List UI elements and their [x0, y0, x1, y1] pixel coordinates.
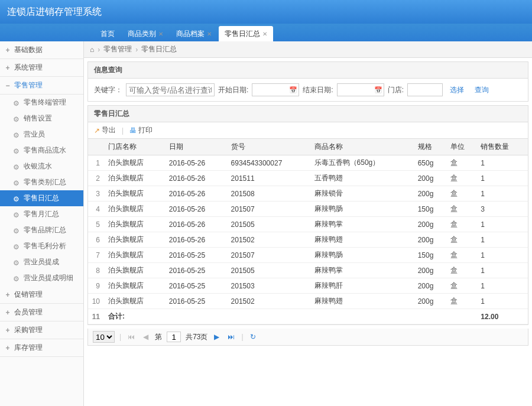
- grid-toolbar: ↗ 导出 | 🖶 打印: [87, 122, 528, 138]
- breadcrumb: ⌂ › 零售管理 › 零售日汇总: [84, 41, 532, 58]
- sidebar-group[interactable]: +会员管理: [0, 304, 83, 321]
- prev-page-button[interactable]: ◀: [141, 333, 150, 341]
- sidebar-group[interactable]: +采购管理: [0, 321, 83, 339]
- cell-sku: 201505: [228, 217, 311, 232]
- table-row[interactable]: 3泊头旗舰店2016-05-26201508麻辣锁骨200g盒1: [88, 186, 528, 202]
- cell-spec: 200g: [414, 294, 447, 309]
- cell-spec: 200g: [414, 278, 447, 294]
- home-icon[interactable]: ⌂: [90, 46, 94, 54]
- cell-unit: 盒: [447, 186, 477, 202]
- cell-spec: 200g: [414, 232, 447, 248]
- column-header[interactable]: 门店名称: [105, 139, 166, 155]
- table-row[interactable]: 7泊头旗舰店2016-05-25201507麻辣鸭肠150g盒1: [88, 248, 528, 263]
- end-date-input[interactable]: [337, 83, 384, 96]
- close-icon[interactable]: ✕: [262, 31, 267, 37]
- sidebar-item[interactable]: ⚙零售品牌汇总: [0, 222, 83, 238]
- refresh-button[interactable]: ↻: [248, 333, 258, 341]
- query-button[interactable]: 查询: [471, 84, 492, 96]
- table-row[interactable]: 5泊头旗舰店2016-05-26201505麻辣鸭掌200g盒1: [88, 217, 528, 232]
- cell-sku: 201502: [228, 232, 311, 248]
- table-row[interactable]: 2泊头旗舰店2016-05-26201511五香鸭翅200g盒1: [88, 171, 528, 186]
- close-icon[interactable]: ✕: [158, 31, 163, 37]
- sidebar-group[interactable]: +系统管理: [0, 59, 83, 77]
- cell-store: 泊头旗舰店: [105, 186, 166, 202]
- table-row[interactable]: 6泊头旗舰店2016-05-26201502麻辣鸭翅200g盒1: [88, 232, 528, 248]
- sidebar-item[interactable]: ⚙营业员提成明细: [0, 270, 83, 286]
- sidebar-group[interactable]: −零售管理: [0, 77, 83, 95]
- sidebar-item[interactable]: ⚙收银流水: [0, 158, 83, 174]
- page-size-select[interactable]: 10: [93, 331, 115, 343]
- cell-store: 泊头旗舰店: [105, 294, 166, 309]
- table-row[interactable]: 8泊头旗舰店2016-05-25201505麻辣鸭掌200g盒1: [88, 263, 528, 278]
- sidebar-item-label: 销售设置: [24, 113, 52, 124]
- table-row[interactable]: 1泊头旗舰店2016-05-266934543300027乐毒五香鸭（650g）…: [88, 155, 528, 171]
- sidebar-item[interactable]: ⚙零售商品流水: [0, 142, 83, 158]
- search-panel-title: 信息查询: [88, 62, 528, 79]
- store-input[interactable]: [407, 83, 443, 96]
- sidebar-item[interactable]: ⚙零售日汇总: [0, 190, 83, 206]
- sidebar-item[interactable]: ⚙零售类别汇总: [0, 174, 83, 190]
- cell-store: 泊头旗舰店: [105, 232, 166, 248]
- plus-icon: +: [5, 310, 11, 316]
- sidebar-item[interactable]: ⚙销售设置: [0, 111, 83, 126]
- cell-date: 2016-05-26: [166, 202, 228, 217]
- cell-date: 2016-05-25: [166, 248, 228, 263]
- cell-spec: 200g: [414, 217, 447, 232]
- next-page-button[interactable]: ▶: [212, 333, 221, 341]
- cell-qty: 1: [477, 171, 528, 186]
- cell-date: 2016-05-25: [166, 263, 228, 278]
- sidebar-item-label: 零售月汇总: [24, 209, 59, 219]
- sidebar-group-label: 会员管理: [14, 307, 43, 317]
- cell-store: 泊头旗舰店: [105, 263, 166, 278]
- sidebar-item[interactable]: ⚙零售终端管理: [0, 95, 83, 111]
- cell-date: 2016-05-26: [166, 217, 228, 232]
- breadcrumb-item[interactable]: 零售管理: [103, 44, 132, 54]
- print-button[interactable]: 🖶 打印: [129, 125, 153, 135]
- sidebar-group[interactable]: +基础数据: [0, 41, 83, 59]
- first-page-button[interactable]: ⏮: [126, 333, 137, 341]
- cell-sku: 201507: [228, 202, 311, 217]
- close-icon[interactable]: ✕: [207, 31, 212, 37]
- column-header[interactable]: 货号: [228, 139, 311, 155]
- start-date-input[interactable]: [252, 83, 299, 96]
- minus-icon: −: [5, 83, 11, 89]
- column-header[interactable]: 单位: [447, 139, 477, 155]
- plus-icon: +: [5, 65, 11, 71]
- keyword-input[interactable]: [126, 83, 215, 96]
- tab-2[interactable]: 商品档案✕: [170, 26, 218, 41]
- sidebar-item-label: 营业员提成: [24, 257, 59, 267]
- row-number: 1: [88, 155, 105, 171]
- row-number: 10: [88, 294, 105, 309]
- page-input[interactable]: [167, 332, 181, 342]
- cell-qty: 1: [477, 278, 528, 294]
- column-header[interactable]: 销售数量: [477, 139, 528, 155]
- sidebar-item[interactable]: ⚙零售月汇总: [0, 206, 83, 222]
- sidebar-item-label: 营业员: [24, 129, 45, 139]
- tab-3[interactable]: 零售日汇总✕: [219, 26, 273, 41]
- pager: 10 | ⏮ ◀ 第 共73页 ▶ ⏭ | ↻: [87, 329, 528, 346]
- gear-icon: ⚙: [13, 227, 20, 234]
- plus-icon: +: [5, 47, 11, 53]
- column-header[interactable]: 商品名称: [311, 139, 414, 155]
- gear-icon: ⚙: [13, 147, 20, 154]
- column-header[interactable]: 日期: [166, 139, 228, 155]
- cell-date: 2016-05-26: [166, 155, 228, 171]
- sidebar-item[interactable]: ⚙营业员提成: [0, 254, 83, 270]
- sidebar-group[interactable]: +促销管理: [0, 286, 83, 304]
- page-prefix: 第: [155, 332, 162, 342]
- sidebar-item[interactable]: ⚙零售毛利分析: [0, 238, 83, 254]
- sidebar-item[interactable]: ⚙营业员: [0, 126, 83, 142]
- export-button[interactable]: ↗ 导出: [94, 125, 116, 135]
- export-icon: ↗: [94, 126, 100, 135]
- sidebar-group[interactable]: +库存管理: [0, 339, 83, 357]
- table-row[interactable]: 9泊头旗舰店2016-05-25201503麻辣鸭肝200g盒1: [88, 278, 528, 294]
- table-row[interactable]: 10泊头旗舰店2016-05-25201502麻辣鸭翅200g盒1: [88, 294, 528, 309]
- table-row[interactable]: 4泊头旗舰店2016-05-26201507麻辣鸭肠150g盒3: [88, 202, 528, 217]
- cell-name: 乐毒五香鸭（650g）: [311, 155, 414, 171]
- column-header[interactable]: 规格: [414, 139, 447, 155]
- last-page-button[interactable]: ⏭: [226, 333, 236, 341]
- tab-0[interactable]: 首页: [95, 26, 121, 41]
- tab-1[interactable]: 商品类别✕: [122, 26, 169, 41]
- content-area: ⌂ › 零售管理 › 零售日汇总 信息查询 关键字： 开始日期: 📅 结束日期:…: [84, 41, 532, 406]
- select-store-button[interactable]: 选择: [446, 84, 468, 96]
